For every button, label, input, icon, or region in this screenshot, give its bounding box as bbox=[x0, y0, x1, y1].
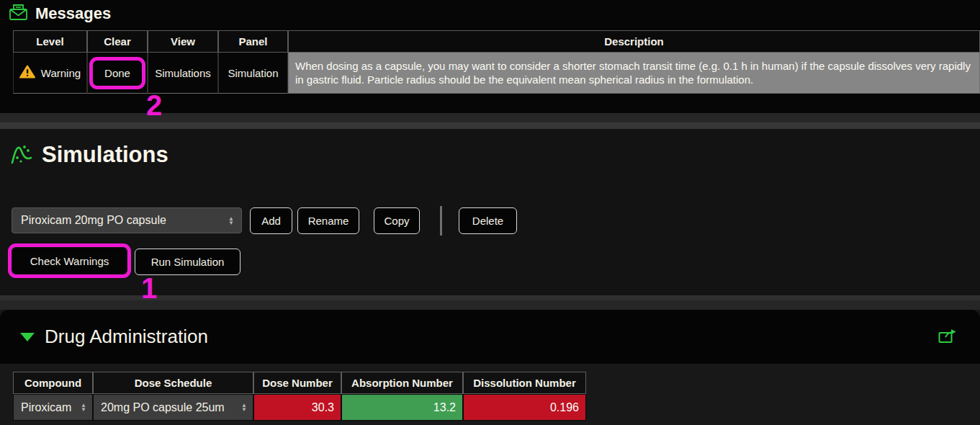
drug-administration-title: Drug Administration bbox=[45, 326, 208, 348]
col-header-panel: Panel bbox=[218, 30, 288, 53]
dose-schedule-select-value: 20mg PO capsule 25um bbox=[101, 401, 225, 414]
col-header-clear: Clear bbox=[87, 30, 148, 53]
message-level-label: Warning bbox=[41, 67, 81, 79]
dose-schedule-select[interactable]: 20mg PO capsule 25um ▲▼ bbox=[93, 394, 253, 421]
compound-select-value: Piroxicam bbox=[21, 401, 71, 414]
col-header-description: Description bbox=[288, 30, 980, 53]
divider-strip bbox=[0, 122, 980, 129]
messages-header: Messages bbox=[0, 0, 980, 24]
check-warnings-button[interactable]: Check Warnings bbox=[12, 248, 127, 274]
check-warnings-highlight-ring: Check Warnings bbox=[8, 243, 131, 278]
message-level-cell: Warning bbox=[13, 53, 87, 94]
col-header-dose-schedule: Dose Schedule bbox=[93, 372, 253, 394]
simulation-curve-icon bbox=[10, 140, 33, 169]
delete-button[interactable]: Delete bbox=[459, 207, 517, 234]
message-panel-cell: Simulation bbox=[218, 53, 288, 94]
collapse-triangle-icon[interactable] bbox=[20, 333, 35, 341]
select-spinner-icon: ▲▼ bbox=[228, 217, 234, 225]
button-group-divider bbox=[440, 206, 442, 236]
simulations-title: Simulations bbox=[42, 142, 168, 168]
select-spinner-icon: ▲▼ bbox=[241, 403, 247, 411]
dissolution-number-cell: 0.196 bbox=[463, 394, 586, 421]
select-spinner-icon: ▲▼ bbox=[81, 403, 86, 411]
open-in-new-window-icon[interactable] bbox=[938, 328, 957, 346]
simulation-select[interactable]: Piroxicam 20mg PO capsule ▲▼ bbox=[12, 207, 242, 233]
drug-administration-header: Drug Administration bbox=[0, 310, 980, 364]
run-simulation-button[interactable]: Run Simulation bbox=[135, 249, 240, 275]
col-header-level: Level bbox=[13, 30, 87, 53]
compound-select[interactable]: Piroxicam ▲▼ bbox=[13, 394, 93, 421]
absorption-number-cell: 13.2 bbox=[341, 394, 463, 421]
done-button-highlight-ring: Done bbox=[89, 57, 145, 89]
add-button[interactable]: Add bbox=[250, 207, 292, 234]
col-header-dose-number: Dose Number bbox=[253, 372, 341, 394]
drug-administration-panel: Drug Administration Compound Dose Schedu… bbox=[0, 310, 980, 425]
callout-step-1: 1 bbox=[141, 274, 157, 303]
app-screen: Messages Level Clear View Panel Descript… bbox=[0, 0, 980, 425]
messages-envelope-icon bbox=[9, 4, 28, 24]
callout-step-2: 2 bbox=[146, 91, 162, 120]
message-view-cell[interactable]: Simulations bbox=[148, 53, 218, 94]
done-button[interactable]: Done bbox=[94, 61, 141, 85]
rename-button[interactable]: Rename bbox=[297, 207, 359, 234]
message-clear-cell: Done bbox=[87, 53, 148, 94]
messages-table: Level Clear View Panel Description Warni… bbox=[13, 30, 980, 94]
copy-button[interactable]: Copy bbox=[374, 207, 420, 234]
drug-administration-table: Compound Dose Schedule Dose Number Absor… bbox=[13, 372, 586, 421]
messages-title: Messages bbox=[35, 4, 111, 23]
simulation-select-value: Piroxicam 20mg PO capsule bbox=[21, 214, 166, 227]
col-header-absorption-number: Absorption Number bbox=[341, 372, 463, 394]
col-header-view: View bbox=[148, 30, 218, 53]
col-header-dissolution-number: Dissolution Number bbox=[463, 372, 586, 394]
warning-icon bbox=[19, 65, 35, 81]
dose-number-cell: 30.3 bbox=[253, 394, 341, 421]
simulations-panel: Simulations Piroxicam 20mg PO capsule ▲▼… bbox=[0, 129, 980, 295]
col-header-compound: Compound bbox=[13, 372, 93, 394]
simulations-header: Simulations bbox=[10, 140, 168, 169]
message-description-cell: When dosing as a capsule, you may want t… bbox=[288, 53, 980, 94]
